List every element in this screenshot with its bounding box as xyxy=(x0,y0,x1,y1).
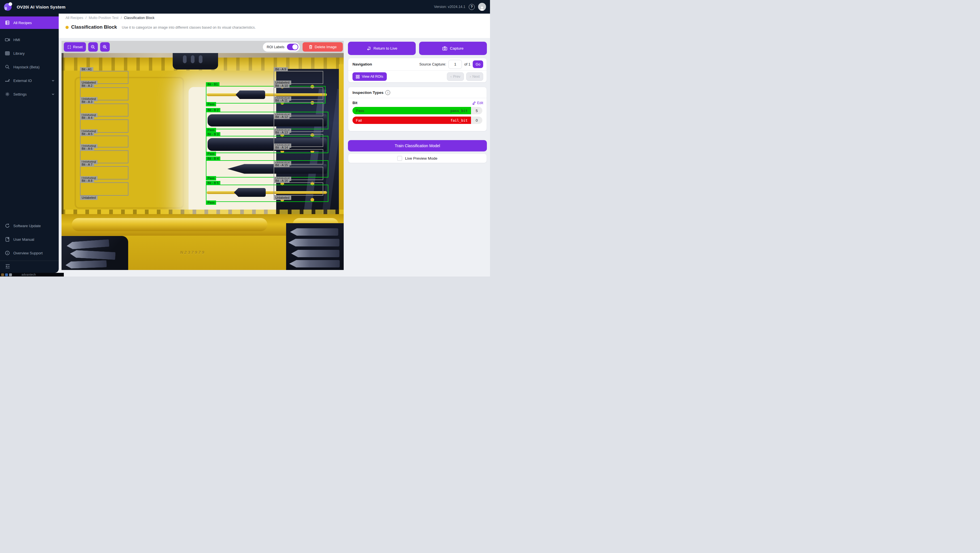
sidebar-item-library[interactable]: Library xyxy=(0,46,59,60)
roi-box-bit-a-2[interactable]: Bit - A 2Unlabeled xyxy=(80,87,129,100)
photo-drill-bit xyxy=(290,228,338,236)
sidebar-item-label: All Recipes xyxy=(13,21,32,25)
roi-label-chip: Bit - A 16 xyxy=(274,178,290,183)
roi-label-chip: Bit - B 5 xyxy=(206,181,220,185)
roi-label-chip: Bit - A 3 xyxy=(80,100,94,104)
roi-label-chip: Bit - A 2 xyxy=(80,84,94,88)
source-capture-label: Source Capture: xyxy=(419,62,446,66)
sidebar-item-label: Overview Support xyxy=(13,251,43,255)
sidebar-item-label: Settings xyxy=(13,92,27,96)
go-button[interactable]: Go xyxy=(473,61,483,68)
roi-box-bit-a-3[interactable]: Bit - A 3Unlabeled xyxy=(80,104,129,116)
inspection-row-pass[interactable]: Passpass_bit5 xyxy=(352,107,482,114)
sidebar-item-overview-support[interactable]: Overview Support xyxy=(0,246,59,260)
sidebar-item-haystack[interactable]: Haystack (Beta) xyxy=(0,60,59,74)
inspection-count: 0 xyxy=(471,116,482,124)
zoom-in-button[interactable] xyxy=(100,42,110,52)
io-icon xyxy=(5,78,10,83)
roi-label-chip: Bit - A 4 xyxy=(80,116,94,120)
edit-inspection-link[interactable]: Edit xyxy=(473,101,483,105)
live-preview-checkbox[interactable] xyxy=(397,156,402,161)
delete-image-button[interactable]: Delete Image xyxy=(302,42,343,52)
roi-box-bit-a-8[interactable]: Bit - A 8Unlabeled xyxy=(80,182,129,196)
book-icon xyxy=(5,237,10,242)
navigation-title: Navigation xyxy=(352,62,372,66)
library-icon xyxy=(5,51,10,56)
inspection-row-fail[interactable]: Failfail_bit0 xyxy=(352,116,482,124)
version-label: Version: v2024.14.1 xyxy=(434,5,466,9)
roi-box-bit-b-4[interactable]: Bit - B 4Pass xyxy=(206,160,328,177)
zoom-out-button[interactable] xyxy=(88,42,98,52)
prev-button[interactable]: ‹Prev xyxy=(447,72,464,81)
roi-label-chip: Bit - A 10 xyxy=(274,84,290,88)
roi-box-bit-a-9[interactable]: Bit - A 9Unlabeled xyxy=(274,71,323,84)
source-capture-input[interactable] xyxy=(448,60,462,69)
live-preview-mode-control[interactable]: Live Preview Mode xyxy=(348,153,487,163)
sidebar-collapse-button[interactable] xyxy=(5,264,11,270)
roi-box-bit-a-6[interactable]: Bit - A 6Unlabeled xyxy=(80,150,129,163)
inspection-count: 5 xyxy=(471,107,482,114)
roi-label-chip: Bit - A 11 xyxy=(274,99,289,103)
thumbnail xyxy=(9,273,12,276)
roi-box-bit-b-2[interactable]: Bit - B 2Pass xyxy=(206,112,328,129)
roi-classification-chip: Pass xyxy=(206,201,216,205)
chevron-down-icon xyxy=(51,92,55,96)
user-avatar[interactable] xyxy=(478,3,486,11)
zoom-in-icon xyxy=(103,45,107,49)
trash-icon xyxy=(309,45,312,49)
sidebar-item-user-manual[interactable]: User Manual xyxy=(0,233,59,246)
roi-labels-toggle[interactable] xyxy=(287,44,298,50)
roi-label-chip: Bit - B 4 xyxy=(206,156,220,161)
roi-box-bit-a-5[interactable]: Bit - A 5Unlabeled xyxy=(80,135,129,147)
roi-label-chip: Bit - A 8 xyxy=(80,178,94,183)
breadcrumb-item[interactable]: Multo Position Test xyxy=(89,16,119,20)
roi-box-bit-b1[interactable]: Bit - B1Pass xyxy=(206,86,326,104)
roi-classification-chip: Pass xyxy=(206,102,216,106)
capture-button[interactable]: Capture xyxy=(419,42,487,55)
sidebar-item-external-io[interactable]: External IO xyxy=(0,74,59,87)
roi-box-bit-b-5[interactable]: Bit - B 5Pass xyxy=(206,185,328,202)
reset-icon xyxy=(67,45,71,49)
next-button[interactable]: ›Next xyxy=(466,72,483,81)
reset-view-button[interactable]: Reset xyxy=(64,42,86,52)
zoom-out-icon xyxy=(91,45,95,49)
view-all-rois-button[interactable]: View All ROIs xyxy=(352,72,387,81)
breadcrumb-item[interactable]: All Recipes xyxy=(65,16,83,20)
grid-icon xyxy=(356,75,360,78)
breadcrumb-item: Classification Block xyxy=(124,16,154,20)
sidebar-item-hmi[interactable]: HMI xyxy=(0,33,59,46)
breadcrumb-separator: / xyxy=(86,16,86,20)
navigation-card: Navigation Source Capture: of 1 Go View … xyxy=(348,58,487,83)
roi-label-chip: Bit - A 13 xyxy=(274,131,290,135)
of-total-label: of 1 xyxy=(464,62,471,66)
info-icon[interactable]: i xyxy=(385,90,390,95)
roi-label-chip: Bit - A 12 xyxy=(274,115,290,119)
roi-box-bit-a-7[interactable]: Bit - A 7Unlabeled xyxy=(80,166,129,180)
refresh-icon xyxy=(5,223,10,228)
sidebar: All RecipesHMILibraryHaystack (Beta)Exte… xyxy=(0,14,59,273)
train-classification-model-button[interactable]: Train Classification Model xyxy=(348,140,487,151)
photo-embossed-text: N237979 xyxy=(180,250,205,255)
capture-image-canvas[interactable]: N237979 Bit - A1UnlabeledBit - A 2Unlabe… xyxy=(62,53,344,270)
inspection-group-label: Bit xyxy=(352,101,357,105)
roi-box-bit-b-3[interactable]: Bit - B 3Pass xyxy=(206,136,328,153)
hmi-icon xyxy=(5,37,10,42)
sidebar-item-label: Haystack (Beta) xyxy=(13,65,40,69)
search-icon xyxy=(5,64,10,70)
chevron-right-icon: › xyxy=(470,75,471,78)
roi-box-bit-a-4[interactable]: Bit - A 4Unlabeled xyxy=(80,120,129,133)
chevron-left-icon: ‹ xyxy=(450,75,452,78)
roi-labels-control: ROI Labels xyxy=(263,43,300,52)
sidebar-item-settings[interactable]: Settings xyxy=(0,87,59,101)
sidebar-item-all-recipes[interactable]: All Recipes xyxy=(0,16,59,29)
roi-label-chip: Bit - A 9 xyxy=(274,67,288,72)
roi-label-chip: Bit - A 6 xyxy=(80,147,94,151)
top-bar: OV20i AI Vision System Version: v2024.14… xyxy=(0,0,490,14)
info-icon xyxy=(5,250,10,255)
return-to-live-button[interactable]: Return to Live xyxy=(348,42,416,55)
roi-label-chip: Bit - A1 xyxy=(80,67,93,72)
roi-box-bit-a1[interactable]: Bit - A1Unlabeled xyxy=(80,71,129,84)
sidebar-item-software-update[interactable]: Software Update xyxy=(0,219,59,233)
roi-label-chip: Bit - A 14 xyxy=(274,145,290,150)
help-icon[interactable]: ? xyxy=(469,4,475,10)
